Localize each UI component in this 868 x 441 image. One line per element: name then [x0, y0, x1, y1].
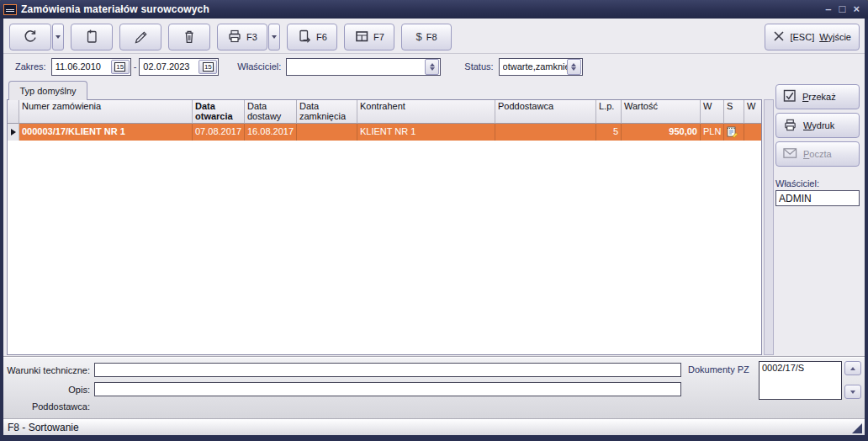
- close-x-icon: [773, 30, 785, 44]
- opis-input[interactable]: [94, 382, 681, 396]
- column-header-lp[interactable]: L.p.: [596, 100, 622, 124]
- minimize-button[interactable]: –: [825, 1, 831, 18]
- current-row-marker-icon: [8, 124, 19, 141]
- column-header-wartosc[interactable]: Wartość: [622, 100, 701, 124]
- grid-header-row: Numer zamówienia Data otwarcia Data dost…: [8, 100, 761, 124]
- grid-icon: [354, 29, 369, 45]
- app-window: Zamówienia materiałów surowcowych – □ ×: [0, 0, 868, 441]
- tab-typ-domyslny[interactable]: Typ domyślny: [8, 81, 87, 100]
- delete-button[interactable]: [168, 24, 210, 50]
- dokumenty-scroll-down-button[interactable]: [844, 385, 861, 399]
- cell-data-zamkniecia: [297, 124, 357, 141]
- column-header-w1[interactable]: W: [701, 100, 724, 124]
- poddostawca-label: Poddostawca:: [3, 401, 94, 412]
- warunki-label: Warunki techniczne:: [3, 365, 94, 375]
- poczta-label: Poczta: [803, 149, 832, 159]
- payments-fkey-label: F8: [426, 32, 437, 42]
- cell-kontrahent: KLIENT NR 1: [357, 124, 495, 141]
- wlasciciel-combo[interactable]: [286, 58, 441, 76]
- print-fkey-label: F3: [246, 32, 257, 42]
- wlasciciel-combo-input[interactable]: [287, 61, 425, 72]
- printer-icon: [227, 29, 242, 45]
- list-item[interactable]: 0002/17/S: [762, 363, 839, 373]
- status-combo[interactable]: [499, 58, 583, 76]
- status-combo-input[interactable]: [500, 61, 567, 72]
- document-export-icon: [297, 29, 312, 45]
- cell-lp: 5: [596, 124, 622, 141]
- print-dropdown-button[interactable]: [268, 24, 280, 50]
- column-header-kontrahent[interactable]: Kontrahent: [357, 100, 495, 124]
- status-spinner[interactable]: [567, 59, 581, 75]
- cell-w2: [744, 124, 761, 141]
- export-button[interactable]: F6: [287, 24, 337, 50]
- printer-icon: [783, 118, 797, 134]
- przekaz-label: Przekaż: [802, 92, 836, 102]
- date-to-field[interactable]: 15: [139, 58, 219, 76]
- grid-view-button[interactable]: F7: [344, 24, 394, 50]
- window-title: Zamówienia materiałów surowcowych: [21, 3, 209, 15]
- orders-grid: Numer zamówienia Data otwarcia Data dost…: [7, 99, 762, 355]
- filter-bar: Zakres: 15 - 15 Właściciel: Status:: [3, 56, 865, 77]
- column-header-poddostawca[interactable]: Poddostawca: [495, 100, 596, 124]
- date-from-calendar-button[interactable]: 15: [111, 60, 130, 74]
- window-content: F3 F6 F7 $ F8: [3, 19, 865, 435]
- edit-button[interactable]: [119, 24, 161, 50]
- maximize-button[interactable]: □: [839, 1, 846, 18]
- warunki-input[interactable]: [94, 363, 681, 377]
- dollar-icon: $: [415, 30, 421, 43]
- cell-data-otwarcia: 07.08.2017: [193, 124, 245, 141]
- checkbox-check-icon: [783, 89, 797, 104]
- toolbar: F3 F6 F7 $ F8: [3, 20, 865, 54]
- print-button[interactable]: F3: [217, 24, 267, 50]
- column-header-numer[interactable]: Numer zamówienia: [19, 100, 193, 124]
- title-bar[interactable]: Zamówienia materiałów surowcowych – □ ×: [0, 0, 868, 19]
- memo-icon: [724, 124, 744, 141]
- dokumenty-pz-label: Dokumenty PZ: [688, 364, 749, 375]
- status-bar-text: F8 - Sortowanie: [8, 422, 79, 433]
- zakres-label: Zakres:: [15, 61, 46, 72]
- payments-button[interactable]: $ F8: [401, 24, 452, 50]
- column-header-s[interactable]: S: [724, 100, 744, 124]
- resize-grip[interactable]: [852, 423, 862, 433]
- cell-waluta: PLN: [701, 124, 724, 141]
- date-from-input[interactable]: [52, 61, 111, 72]
- refresh-button[interactable]: [9, 24, 51, 50]
- date-to-input[interactable]: [140, 61, 198, 72]
- column-header-w2[interactable]: W: [744, 100, 761, 124]
- dokumenty-scroll-up-button[interactable]: [844, 361, 861, 375]
- side-panel: Przekaż Wydruk Poczta Właściciel:: [774, 81, 863, 355]
- dokumenty-pz-listbox[interactable]: 0002/17/S: [759, 361, 842, 400]
- new-button[interactable]: [71, 24, 113, 50]
- column-header-data-dostawy[interactable]: Data dostawy: [245, 100, 297, 124]
- bottom-panel: Warunki techniczne: Opis: Poddostawca: D…: [3, 357, 865, 418]
- wydruk-label: Wydruk: [803, 120, 834, 130]
- marker-column-header: [8, 100, 19, 124]
- table-row[interactable]: 000003/17/KLIENT NR 1 07.08.2017 16.08.2…: [8, 124, 761, 141]
- wlasciciel-spinner[interactable]: [425, 59, 439, 75]
- tab-label: Typ domyślny: [19, 86, 76, 96]
- cell-poddostawca: [495, 124, 596, 141]
- exit-button[interactable]: [ESC] Wyjście: [765, 24, 860, 50]
- date-from-field[interactable]: 15: [51, 58, 131, 76]
- grid-vertical-scrollbar[interactable]: [764, 99, 774, 355]
- wlasciciel-filter-label: Właściciel:: [237, 61, 281, 72]
- przekaz-button[interactable]: Przekaż: [775, 84, 860, 109]
- close-button[interactable]: ×: [853, 1, 860, 18]
- export-fkey-label: F6: [316, 32, 327, 42]
- refresh-dropdown-button[interactable]: [52, 24, 64, 50]
- column-header-data-zamkniecia[interactable]: Data zamknięcia: [297, 100, 357, 124]
- date-to-calendar-button[interactable]: 15: [198, 60, 217, 74]
- calendar-icon: 15: [203, 62, 214, 72]
- calendar-icon: 15: [114, 62, 125, 72]
- column-header-data-otwarcia[interactable]: Data otwarcia: [193, 100, 245, 124]
- poczta-button[interactable]: Poczta: [775, 141, 860, 167]
- pencil-icon: [133, 29, 148, 45]
- wlasciciel-side-input[interactable]: [775, 190, 860, 206]
- date-separator: -: [134, 61, 137, 72]
- opis-label: Opis:: [3, 385, 94, 395]
- envelope-icon: [783, 147, 797, 161]
- new-document-icon: [84, 29, 99, 45]
- status-filter-label: Status:: [464, 61, 493, 72]
- wydruk-button[interactable]: Wydruk: [775, 113, 860, 138]
- cell-data-dostawy: 16.08.2017: [245, 124, 297, 141]
